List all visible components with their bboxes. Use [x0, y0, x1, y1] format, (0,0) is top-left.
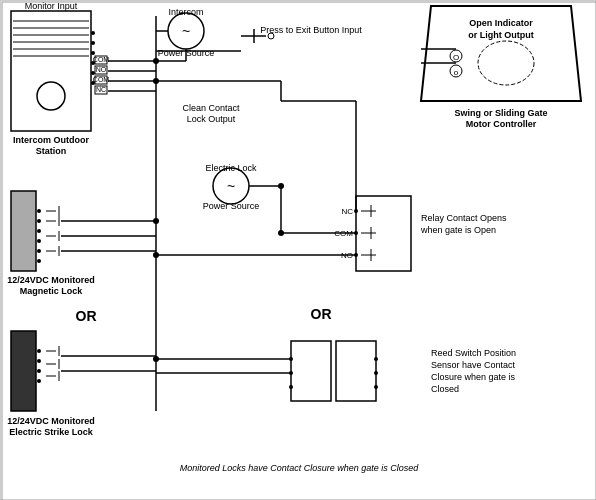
svg-point-60 [37, 359, 41, 363]
svg-text:or Light Output: or Light Output [468, 30, 533, 40]
svg-text:12/24VDC Monitored: 12/24VDC Monitored [7, 416, 95, 426]
svg-text:12/24VDC Monitored: 12/24VDC Monitored [7, 275, 95, 285]
svg-point-45 [37, 249, 41, 253]
svg-text:Motor Controller: Motor Controller [466, 119, 537, 129]
svg-text:~: ~ [227, 178, 235, 194]
svg-text:Monitored Locks have Contact C: Monitored Locks have Contact Closure whe… [180, 463, 420, 473]
svg-text:Reed Switch Position: Reed Switch Position [431, 348, 516, 358]
svg-text:Relay Contact Opens: Relay Contact Opens [421, 213, 507, 223]
svg-point-41 [37, 209, 41, 213]
svg-text:Press to Exit Button Input: Press to Exit Button Input [260, 25, 362, 35]
svg-point-138 [278, 230, 284, 236]
svg-text:o: o [454, 68, 459, 77]
svg-point-62 [37, 379, 41, 383]
svg-point-42 [37, 219, 41, 223]
svg-text:Electric Strike Lock: Electric Strike Lock [9, 427, 94, 437]
svg-text:~: ~ [182, 23, 190, 39]
svg-text:COM: COM [93, 56, 110, 63]
svg-text:O: O [453, 53, 459, 62]
svg-text:Closed: Closed [431, 384, 459, 394]
svg-point-137 [278, 183, 284, 189]
svg-point-134 [153, 218, 159, 224]
svg-text:Closure when gate is: Closure when gate is [431, 372, 516, 382]
svg-text:NC: NC [96, 86, 106, 93]
svg-text:Monitor Input: Monitor Input [25, 1, 78, 11]
svg-text:Station: Station [36, 146, 67, 156]
svg-point-102 [374, 371, 378, 375]
svg-text:NO: NO [96, 66, 107, 73]
svg-point-14 [91, 71, 95, 75]
svg-point-44 [37, 239, 41, 243]
svg-point-46 [37, 259, 41, 263]
svg-point-12 [91, 51, 95, 55]
svg-text:NC: NC [341, 207, 353, 216]
svg-point-59 [37, 349, 41, 353]
svg-text:Intercom Outdoor: Intercom Outdoor [13, 135, 89, 145]
svg-text:Magnetic Lock: Magnetic Lock [20, 286, 84, 296]
svg-text:Lock Output: Lock Output [187, 114, 236, 124]
svg-text:Electric Lock: Electric Lock [205, 163, 257, 173]
svg-text:OR: OR [76, 308, 97, 324]
svg-rect-58 [11, 331, 36, 411]
svg-text:when gate is Open: when gate is Open [420, 225, 496, 235]
svg-point-61 [37, 369, 41, 373]
svg-point-101 [374, 357, 378, 361]
svg-point-11 [91, 41, 95, 45]
svg-text:Swing or Sliding Gate: Swing or Sliding Gate [454, 108, 547, 118]
svg-text:Clean Contact: Clean Contact [182, 103, 240, 113]
svg-rect-40 [11, 191, 36, 271]
svg-text:OR: OR [311, 306, 332, 322]
svg-text:Open Indicator: Open Indicator [469, 18, 533, 28]
svg-point-133 [153, 78, 159, 84]
svg-text:COM: COM [93, 76, 110, 83]
svg-point-10 [91, 31, 95, 35]
svg-point-43 [37, 229, 41, 233]
svg-point-136 [153, 356, 159, 362]
svg-point-135 [153, 252, 159, 258]
svg-point-103 [374, 385, 378, 389]
svg-text:Power Source: Power Source [203, 201, 260, 211]
wiring-diagram: Monitor Input COM NO COM NC Intercom Out… [0, 0, 596, 500]
svg-text:Sensor have Contact: Sensor have Contact [431, 360, 516, 370]
svg-text:Intercom: Intercom [168, 7, 203, 17]
svg-point-100 [289, 385, 293, 389]
